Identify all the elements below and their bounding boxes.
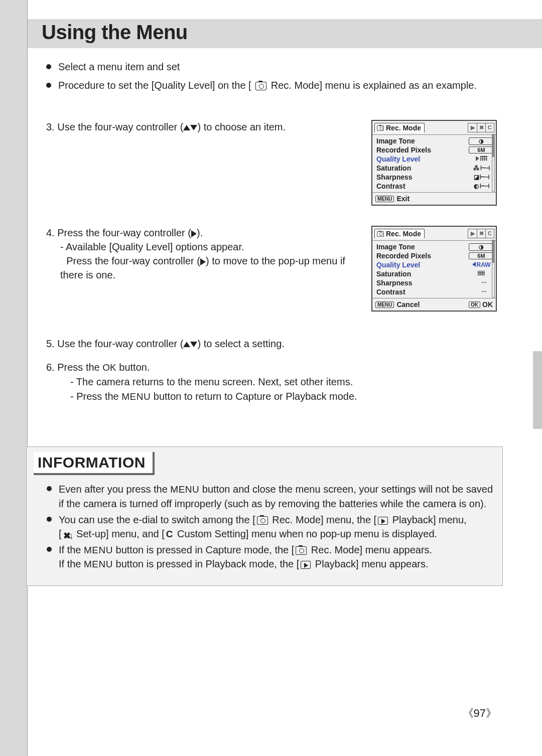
page-title: Using the Menu: [28, 19, 542, 44]
lcd-other-tabs: ▶ ✖ C: [468, 229, 494, 238]
raw-label: RAW: [477, 261, 491, 268]
text: Rec. Mode] menu is explained as an examp…: [271, 80, 477, 91]
text: - Press the: [70, 391, 121, 402]
camera-icon: [257, 516, 268, 525]
intro-list: Select a menu item and set Procedure to …: [46, 60, 497, 92]
down-icon: [190, 125, 197, 130]
saturation-icon: ⁂ ⊢⊣: [469, 165, 494, 172]
text: Set-up] menu, and [: [74, 528, 165, 539]
step-4: 4. Press the four-way controller (). - A…: [46, 226, 371, 312]
lcd-footer-cancel: Cancel: [396, 300, 420, 309]
text: ) to choose an item.: [197, 121, 286, 132]
sharpness-icon: [469, 279, 494, 286]
row-image-tone: Image Tone: [376, 137, 469, 145]
text: If the: [59, 544, 84, 555]
custom-tab-icon: C: [485, 123, 494, 132]
bullet-icon: [47, 517, 52, 522]
row-sharpness: Sharpness: [376, 279, 469, 287]
bullet-icon: [46, 83, 51, 88]
step-4-sub1: - Available [Quality Level] options appe…: [46, 240, 356, 254]
menu-button-tag: MENU: [375, 301, 394, 308]
recorded-pixels-value: 6M: [469, 146, 494, 154]
text: 4. Press the four-way controller (: [46, 227, 191, 238]
playback-icon: [301, 561, 311, 569]
text: Playback] menu,: [389, 514, 466, 525]
step-4-sub2: - Press the four-way controller () to mo…: [46, 254, 356, 282]
text: If the: [59, 558, 84, 569]
text: Rec. Mode] menu, the [: [269, 514, 376, 525]
image-tone-icon: ◑: [469, 137, 494, 145]
bullet-icon: [47, 547, 52, 552]
text: ) to select a setting.: [197, 338, 284, 349]
camera-lcd-2: Rec. Mode ▶ ✖ C Image Tone◑ Recorded Pix…: [371, 226, 497, 312]
step-6: 6. Press the OK button. - The camera ret…: [46, 360, 497, 404]
page-number: 《97》: [463, 706, 497, 721]
intro-item-1: Select a menu item and set: [58, 60, 497, 74]
camera-icon: [377, 231, 384, 237]
playback-tab-icon: ▶: [468, 229, 477, 238]
custom-tab-icon: C: [485, 229, 494, 238]
info-item-3: If the MENU button is pressed in Capture…: [59, 543, 493, 571]
recorded-pixels-value: 6M: [469, 252, 494, 259]
ok-button-tag: OK: [469, 301, 480, 308]
contrast-icon: ◐ ⊢⊣: [469, 183, 494, 190]
row-quality-level: Quality Level: [376, 261, 469, 269]
lcd-scrollbar: [492, 240, 495, 297]
menu-button-tag: MENU: [375, 196, 394, 202]
row-saturation: Saturation: [376, 164, 469, 172]
row-image-tone: Image Tone: [376, 243, 469, 251]
stars-icon: [480, 156, 487, 161]
custom-c-icon: C: [166, 529, 173, 539]
right-icon: [200, 258, 206, 265]
row-recorded-pixels: Recorded Pixels: [376, 252, 469, 260]
text: Custom Setting] menu when no pop-up menu…: [175, 528, 438, 539]
setup-icon: ✖↓: [63, 531, 72, 540]
playback-tab-icon: ▶: [468, 123, 477, 132]
side-thumb-tab: [533, 351, 542, 429]
right-icon: [191, 230, 197, 237]
quality-level-value: RAW: [469, 261, 494, 268]
caret-left-icon: [472, 262, 476, 267]
ok-label: OK: [102, 362, 116, 373]
text: button is pressed in Playback mode, the …: [113, 558, 299, 569]
step-5: 5. Use the four-way controller () to sel…: [46, 337, 497, 351]
lcd-tab-recmode: Rec. Mode: [374, 229, 425, 238]
bullet-icon: [46, 64, 51, 69]
text: Press the four-way controller (: [66, 255, 200, 266]
camera-lcd-1: Rec. Mode ▶ ✖ C Image Tone◑ Recorded Pix…: [371, 120, 497, 206]
lcd-header-label: Rec. Mode: [386, 230, 421, 238]
lcd-header-label: Rec. Mode: [386, 124, 421, 132]
left-margin-bar: [0, 0, 28, 756]
menu-label: MENU: [170, 484, 199, 495]
step-6-sub2: - Press the MENU button to return to Cap…: [56, 389, 497, 404]
row-sharpness: Sharpness: [376, 173, 469, 181]
menu-label: MENU: [84, 559, 113, 569]
saturation-icon: [469, 270, 494, 277]
lcd-tab-recmode: Rec. Mode: [374, 123, 425, 132]
intro-item-2: Procedure to set the [Quality Level] on …: [58, 79, 497, 92]
text: Procedure to set the [Quality Level] on …: [58, 80, 251, 91]
quality-level-value: [469, 156, 494, 163]
text: 5. Use the four-way controller (: [46, 338, 183, 349]
row-contrast: Contrast: [376, 182, 469, 190]
image-tone-icon: ◑: [469, 243, 494, 251]
step-3: 3. Use the four-way controller () to cho…: [46, 120, 371, 206]
information-panel: INFORMATION Even after you press the MEN…: [26, 446, 503, 586]
row-recorded-pixels: Recorded Pixels: [376, 146, 469, 154]
row-quality-level: Quality Level: [376, 155, 469, 163]
info-item-1: Even after you press the MENU button and…: [59, 482, 493, 511]
text: 3. Use the four-way controller (: [46, 121, 183, 132]
lcd-footer-ok: OK: [482, 300, 493, 309]
info-item-2: You can use the e-dial to switch among t…: [59, 513, 493, 541]
up-icon: [183, 342, 190, 347]
camera-icon: [255, 82, 266, 90]
text: Even after you press the: [59, 484, 170, 495]
manual-page: Using the Menu Select a menu item and se…: [0, 0, 542, 756]
title-band: Using the Menu: [28, 19, 542, 48]
row-saturation: Saturation: [376, 270, 469, 278]
lcd-footer-exit: Exit: [396, 195, 410, 203]
text: button is pressed in Capture mode, the [: [113, 544, 294, 555]
menu-label: MENU: [84, 545, 113, 555]
setup-tab-icon: ✖: [477, 229, 485, 238]
lcd-other-tabs: ▶ ✖ C: [468, 123, 494, 132]
